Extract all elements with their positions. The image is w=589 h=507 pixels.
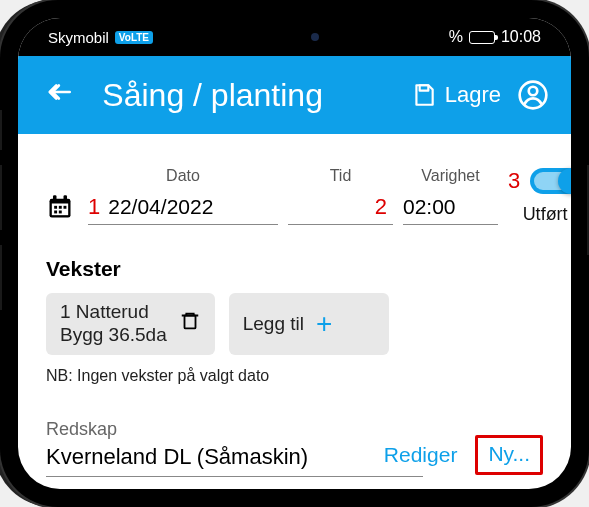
date-input[interactable]: 1 22/04/2022 — [88, 191, 278, 225]
trash-icon[interactable] — [179, 310, 201, 337]
annotation-3: 3 — [508, 168, 520, 194]
equipment-input[interactable]: Kverneland DL (Såmaskin) — [46, 444, 423, 477]
svg-rect-13 — [59, 211, 62, 214]
done-toggle[interactable] — [530, 168, 571, 194]
crop-line2: Bygg 36.5da — [60, 324, 167, 347]
plus-icon: + — [316, 308, 332, 340]
crops-row: 1 Natterud Bygg 36.5da Legg til + — [46, 293, 543, 355]
annotation-1: 1 — [88, 194, 100, 220]
crops-section-title: Vekster — [46, 257, 543, 281]
svg-rect-10 — [59, 206, 62, 209]
save-button[interactable]: Lagre — [411, 82, 501, 108]
new-equipment-button[interactable]: Ny... — [475, 435, 543, 475]
save-icon — [411, 82, 437, 108]
screen: Skymobil VoLTE % 10:08 Såing / planting — [18, 18, 571, 489]
page-title: Såing / planting — [90, 77, 394, 114]
svg-rect-7 — [53, 195, 57, 201]
duration-value: 02:00 — [403, 195, 456, 219]
phone-frame: Skymobil VoLTE % 10:08 Såing / planting — [0, 0, 589, 507]
carrier-label: Skymobil — [48, 29, 109, 46]
date-field: Dato 1 22/04/2022 — [88, 167, 278, 225]
camera-dot — [311, 33, 319, 41]
date-value: 22/04/2022 — [108, 195, 213, 219]
duration-field: Varighet 02:00 — [403, 167, 498, 225]
battery-percent: % — [449, 28, 463, 46]
time-label: Tid — [288, 167, 393, 185]
crop-line1: 1 Natterud — [60, 301, 167, 324]
svg-rect-2 — [419, 85, 428, 90]
svg-rect-8 — [64, 195, 68, 201]
back-arrow-icon[interactable] — [40, 78, 74, 112]
app-header: Såing / planting Lagre — [18, 56, 571, 134]
duration-label: Varighet — [403, 167, 498, 185]
add-crop-button[interactable]: Legg til + — [229, 293, 389, 355]
time-input[interactable]: 2 — [288, 191, 393, 225]
svg-point-4 — [529, 87, 538, 96]
crop-chip[interactable]: 1 Natterud Bygg 36.5da — [46, 293, 215, 355]
side-button — [0, 165, 2, 230]
add-crop-label: Legg til — [243, 313, 304, 335]
equipment-value: Kverneland DL (Såmaskin) — [46, 444, 423, 470]
side-button — [0, 245, 2, 310]
svg-rect-11 — [64, 206, 67, 209]
duration-input[interactable]: 02:00 — [403, 191, 498, 225]
svg-rect-9 — [54, 206, 57, 209]
content-area: Dato 1 22/04/2022 Tid 2 Varighet 02:00 — [18, 134, 571, 489]
calendar-icon[interactable] — [46, 193, 74, 221]
edit-equipment-button[interactable]: Rediger — [384, 443, 458, 467]
done-label: Utført — [523, 204, 568, 225]
crops-note: NB: Ingen vekster på valgt dato — [46, 367, 543, 385]
battery-icon — [469, 31, 495, 44]
svg-rect-14 — [184, 316, 195, 329]
svg-rect-6 — [52, 204, 68, 216]
save-label: Lagre — [445, 82, 501, 108]
top-fields-row: Dato 1 22/04/2022 Tid 2 Varighet 02:00 — [46, 154, 543, 225]
equipment-section: Redskap Kverneland DL (Såmaskin) Rediger… — [46, 419, 543, 477]
volte-badge: VoLTE — [115, 31, 153, 44]
annotation-2: 2 — [375, 194, 387, 220]
svg-rect-12 — [54, 211, 57, 214]
date-label: Dato — [88, 167, 278, 185]
status-time: 10:08 — [501, 28, 541, 46]
done-toggle-group: 3 Utført — [508, 154, 571, 225]
time-field: Tid 2 — [288, 167, 393, 225]
profile-icon[interactable] — [517, 79, 549, 111]
side-button — [0, 110, 2, 150]
notch — [181, 18, 409, 56]
